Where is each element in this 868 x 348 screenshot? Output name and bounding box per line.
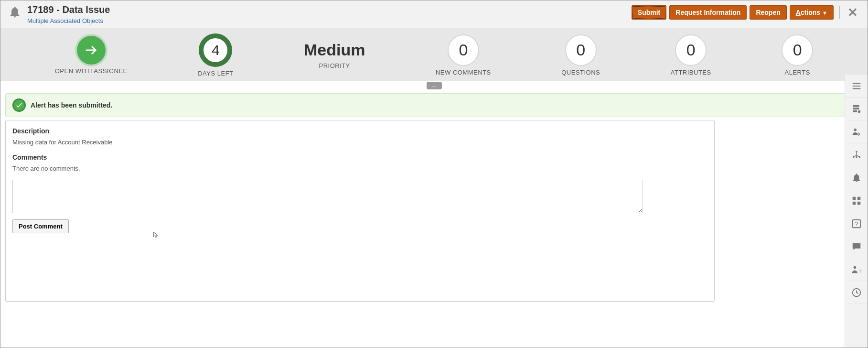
- reopen-button[interactable]: Reopen: [750, 5, 786, 20]
- stat-label: OPEN WITH ASSIGNEE: [55, 67, 128, 75]
- arrow-right-circle-icon: [77, 36, 106, 65]
- actions-menu-button[interactable]: Actions▼: [790, 5, 834, 20]
- stat-priority: Medium PRIORITY: [304, 41, 365, 69]
- stat-days-left: 4 DAYS LEFT: [198, 33, 233, 77]
- stat-circle: 0: [782, 34, 813, 66]
- comment-input[interactable]: [12, 180, 643, 213]
- svg-rect-9: [857, 201, 860, 204]
- rail-help-icon[interactable]: ?: [845, 212, 868, 235]
- title-block: 17189 - Data Issue Multiple Associated O…: [27, 4, 110, 24]
- stat-alerts: 0 ALERTS: [782, 34, 813, 76]
- svg-rect-8: [852, 201, 855, 204]
- check-circle-icon: [12, 98, 26, 112]
- stat-new-comments: 0 NEW COMMENTS: [436, 34, 491, 76]
- svg-point-12: [853, 266, 856, 269]
- svg-rect-6: [852, 196, 855, 199]
- stat-attributes: 0 ATTRIBUTES: [671, 34, 711, 76]
- svg-point-2: [856, 151, 857, 152]
- stat-circle: 0: [565, 34, 597, 66]
- svg-point-5: [856, 156, 857, 158]
- stat-label: QUESTIONS: [561, 69, 600, 76]
- page-title: 17189 - Data Issue: [27, 4, 110, 15]
- rail-workflow-graph-icon[interactable]: [845, 143, 868, 166]
- request-information-button[interactable]: Request Information: [669, 5, 747, 20]
- close-icon[interactable]: ✕: [846, 6, 860, 19]
- header-left: 17189 - Data Issue Multiple Associated O…: [8, 4, 110, 24]
- rail-clock-icon[interactable]: [845, 281, 868, 304]
- stat-label: ALERTS: [782, 69, 813, 76]
- stat-questions: 0 QUESTIONS: [561, 34, 600, 76]
- rail-chat-icon[interactable]: [845, 235, 868, 258]
- rail-list-icon[interactable]: [845, 75, 868, 98]
- success-banner: Alert has been submitted.: [5, 93, 863, 117]
- header-actions: Submit Request Information Reopen Action…: [632, 5, 860, 20]
- divider: [839, 6, 840, 19]
- stat-label: NEW COMMENTS: [436, 69, 491, 76]
- rail-bell-icon[interactable]: [845, 166, 868, 189]
- banner-text: Alert has been submitted.: [31, 101, 112, 109]
- right-rail: ? ?: [845, 75, 868, 348]
- header-bar: 17189 - Data Issue Multiple Associated O…: [0, 0, 868, 28]
- rail-form-info-icon[interactable]: [845, 98, 868, 120]
- rail-workflow-user-icon[interactable]: [845, 120, 868, 143]
- stat-open-with-assignee: OPEN WITH ASSIGNEE: [55, 36, 128, 75]
- svg-point-1: [854, 128, 857, 131]
- bell-icon: [8, 5, 21, 19]
- status-strip: OPEN WITH ASSIGNEE 4 DAYS LEFT Medium PR…: [0, 28, 868, 81]
- svg-rect-7: [857, 196, 860, 199]
- associated-objects-link[interactable]: Multiple Associated Objects: [27, 17, 110, 24]
- rail-grid-icon[interactable]: [845, 189, 868, 212]
- content-panel: Description Missing data for Account Rec…: [5, 120, 715, 302]
- description-text: Missing data for Account Receivable: [12, 139, 707, 146]
- svg-text:?: ?: [859, 268, 861, 273]
- priority-value: Medium: [304, 41, 365, 59]
- svg-point-0: [857, 110, 860, 113]
- post-comment-button[interactable]: Post Comment: [12, 219, 69, 233]
- stat-label: DAYS LEFT: [198, 70, 233, 77]
- comments-title: Comments: [12, 153, 707, 161]
- stat-label: ATTRIBUTES: [671, 69, 711, 76]
- days-left-value: 4: [212, 42, 220, 58]
- svg-text:?: ?: [855, 220, 858, 227]
- collapse-row: ︿: [0, 81, 868, 90]
- stat-circle: 0: [675, 34, 707, 66]
- submit-button[interactable]: Submit: [632, 5, 666, 20]
- days-left-ring: 4: [199, 33, 232, 67]
- stat-circle: 0: [448, 34, 479, 66]
- rail-person-question-icon[interactable]: ?: [845, 258, 868, 281]
- comments-empty: There are no comments.: [12, 165, 707, 172]
- stat-label: PRIORITY: [304, 62, 365, 69]
- description-title: Description: [12, 127, 707, 135]
- collapse-chevron-up-icon[interactable]: ︿: [427, 82, 442, 89]
